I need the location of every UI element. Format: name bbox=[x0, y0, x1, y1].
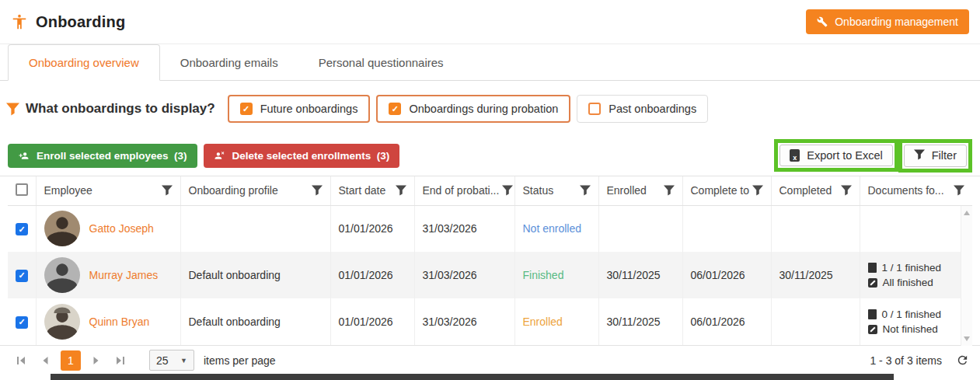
export-highlight-box: Export to Excel bbox=[774, 139, 898, 172]
employee-name-link[interactable]: Quinn Bryan bbox=[89, 316, 150, 328]
page-number-button[interactable]: 1 bbox=[61, 350, 81, 371]
document-icon bbox=[868, 263, 877, 273]
cell-end-of-probation: 31/03/2026 bbox=[414, 205, 514, 252]
export-to-excel-button[interactable]: Export to Excel bbox=[779, 145, 893, 166]
pagination-bar: 1 25 ▼ items per page 1 - 3 of 3 items bbox=[0, 345, 980, 375]
page-title: Onboarding bbox=[36, 13, 125, 31]
checkbox-past-onboardings[interactable]: Past onboardings bbox=[577, 95, 708, 123]
row-checkbox[interactable]: ✓ bbox=[16, 270, 28, 282]
cell-start-date: 01/01/2026 bbox=[330, 298, 414, 345]
column-filter-icon[interactable] bbox=[664, 185, 675, 196]
cell-start-date: 01/01/2026 bbox=[330, 252, 414, 298]
unchecked-checkbox-icon[interactable] bbox=[588, 103, 601, 115]
select-all-checkbox[interactable] bbox=[16, 183, 28, 196]
table-row: ✓ Quinn Bryan Default onboarding 01/01/2… bbox=[8, 298, 972, 345]
onboarding-grid: Employee Onboarding profile Start date E… bbox=[0, 176, 980, 345]
status-badge: Enrolled bbox=[514, 298, 598, 345]
checked-checkbox-icon[interactable]: ✓ bbox=[389, 103, 401, 115]
docs-count: 0 / 1 finished bbox=[882, 307, 942, 322]
delete-selected-label: Delete selected enrollments (3) bbox=[232, 150, 390, 162]
cell-documents bbox=[860, 205, 972, 252]
bottom-edge-bar bbox=[51, 374, 894, 380]
cell-completed bbox=[771, 205, 860, 252]
employee-name-link[interactable]: Murray James bbox=[89, 269, 159, 281]
tab-onboarding-overview[interactable]: Onboarding overview bbox=[8, 44, 160, 81]
checkbox-onboardings-during-probation[interactable]: ✓ Onboardings during probation bbox=[376, 95, 570, 123]
column-header-completed: Completed bbox=[779, 184, 832, 197]
wrench-icon bbox=[817, 16, 828, 27]
display-filter-bar: What onboardings to display? ✓ Future on… bbox=[0, 95, 980, 123]
scroll-down-icon[interactable] bbox=[964, 336, 970, 341]
tab-personal-questionnaires[interactable]: Personal questionnaires bbox=[298, 44, 464, 80]
onboarding-management-label: Onboarding management bbox=[835, 16, 958, 28]
first-page-button[interactable] bbox=[11, 350, 31, 371]
next-page-button[interactable] bbox=[85, 350, 106, 371]
filter-highlight-box: Filter bbox=[898, 139, 972, 173]
person-remove-icon bbox=[214, 151, 225, 161]
checkbox-future-onboardings[interactable]: ✓ Future onboardings bbox=[228, 95, 371, 123]
onboarding-management-button[interactable]: Onboarding management bbox=[806, 9, 969, 34]
column-filter-icon[interactable] bbox=[502, 185, 513, 196]
scroll-up-icon[interactable] bbox=[964, 211, 970, 215]
avatar[interactable] bbox=[44, 211, 80, 246]
column-filter-icon[interactable] bbox=[954, 185, 964, 196]
cell-enrolled: 30/11/2025 bbox=[598, 298, 682, 345]
cell-profile: Default onboarding bbox=[180, 252, 330, 298]
person-icon bbox=[11, 13, 28, 30]
cell-end-of-probation: 31/03/2026 bbox=[414, 252, 514, 298]
avatar[interactable] bbox=[44, 257, 80, 293]
cell-completed: 30/11/2025 bbox=[771, 252, 860, 298]
table-scrollbar[interactable] bbox=[961, 206, 972, 346]
filter-label: Filter bbox=[932, 149, 957, 162]
export-label: Export to Excel bbox=[807, 149, 883, 162]
row-checkbox[interactable]: ✓ bbox=[16, 223, 28, 235]
column-filter-icon[interactable] bbox=[580, 185, 591, 196]
cell-documents: 0 / 1 finished Not finished bbox=[860, 298, 972, 345]
cell-completed bbox=[771, 298, 860, 345]
employee-name-link[interactable]: Gatto Joseph bbox=[89, 222, 154, 235]
checked-checkbox-icon[interactable]: ✓ bbox=[240, 103, 253, 115]
filter-button[interactable]: Filter bbox=[904, 145, 967, 167]
cell-documents: 1 / 1 finished All finished bbox=[860, 252, 972, 298]
refresh-icon[interactable] bbox=[956, 354, 969, 367]
cell-complete-to bbox=[682, 205, 771, 252]
last-page-button[interactable] bbox=[110, 350, 131, 371]
previous-page-button[interactable] bbox=[36, 350, 56, 371]
docs-state: Not finished bbox=[883, 322, 938, 336]
chip-label: Past onboardings bbox=[609, 103, 696, 115]
filter-question: What onboardings to display? bbox=[26, 101, 215, 117]
column-header-onboarding-profile: Onboarding profile bbox=[189, 184, 278, 197]
column-filter-icon[interactable] bbox=[396, 185, 406, 196]
tab-label: Onboarding overview bbox=[29, 56, 139, 69]
onboarding-page: Onboarding Onboarding management Onboard… bbox=[0, 0, 980, 380]
page-size-value: 25 bbox=[156, 354, 169, 367]
status-badge: Not enrolled bbox=[514, 205, 598, 252]
delete-selected-button[interactable]: Delete selected enrollments (3) bbox=[204, 144, 400, 168]
edit-square-icon bbox=[868, 278, 877, 288]
column-header-documents: Documents fo... bbox=[868, 184, 944, 197]
column-filter-icon[interactable] bbox=[841, 185, 852, 196]
tab-onboarding-emails[interactable]: Onboarding emails bbox=[160, 44, 298, 80]
column-header-employee: Employee bbox=[44, 184, 92, 197]
grid-toolbar: Enroll selected employees (3) Delete sel… bbox=[0, 143, 980, 168]
funnel-icon bbox=[914, 149, 925, 162]
column-filter-icon[interactable] bbox=[752, 185, 763, 196]
column-header-end-of-probation: End of probati... bbox=[423, 184, 500, 197]
document-icon bbox=[868, 309, 877, 319]
table-row: ✓ Murray James Default onboarding 01/01/… bbox=[8, 252, 972, 298]
row-checkbox[interactable]: ✓ bbox=[16, 316, 28, 329]
cell-end-of-probation: 31/03/2026 bbox=[414, 298, 514, 345]
page-size-select[interactable]: 25 ▼ bbox=[149, 350, 194, 371]
pager-range-label: 1 - 3 of 3 items bbox=[870, 354, 942, 367]
column-header-complete-to: Complete to bbox=[691, 184, 749, 197]
person-add-icon bbox=[18, 151, 30, 161]
column-header-start-date: Start date bbox=[339, 184, 386, 197]
cell-profile: Default onboarding bbox=[180, 298, 330, 345]
chip-label: Onboardings during probation bbox=[409, 103, 558, 115]
enroll-selected-button[interactable]: Enroll selected employees (3) bbox=[8, 144, 197, 168]
column-filter-icon[interactable] bbox=[162, 185, 173, 196]
avatar[interactable] bbox=[44, 304, 80, 340]
column-filter-icon[interactable] bbox=[312, 185, 323, 196]
funnel-icon bbox=[6, 103, 19, 116]
page-header: Onboarding Onboarding management bbox=[0, 0, 980, 44]
